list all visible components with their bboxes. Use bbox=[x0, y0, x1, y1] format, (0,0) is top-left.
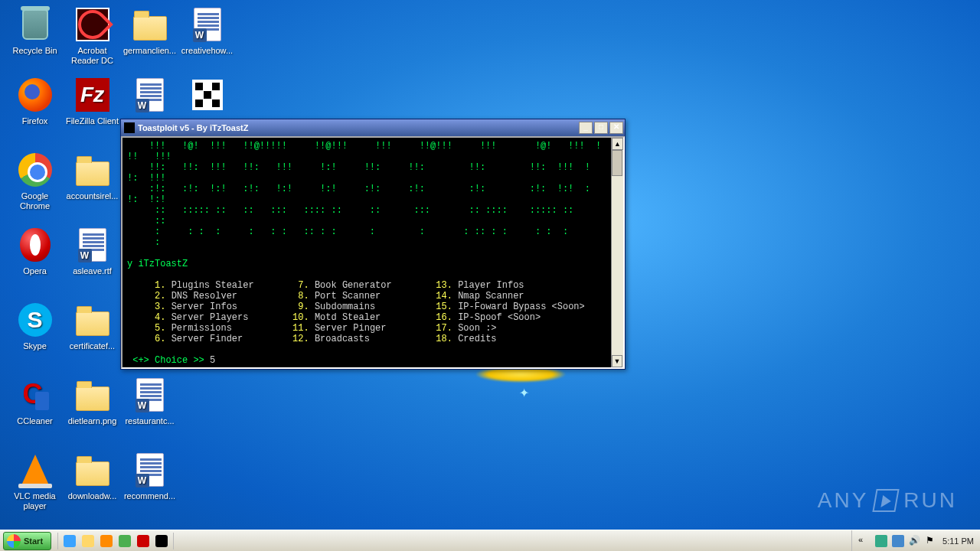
app-icon bbox=[124, 122, 135, 133]
desktop-icon-exe1[interactable] bbox=[178, 77, 236, 116]
icon-label: CCleaner bbox=[6, 416, 64, 426]
play-icon bbox=[873, 489, 900, 512]
desktop-icon-creativehow[interactable]: creativehow... bbox=[178, 6, 236, 56]
quick-launch bbox=[57, 533, 174, 549]
desktop-icon-asleave[interactable]: asleave.rtf bbox=[64, 227, 121, 276]
quicklaunch-opera[interactable] bbox=[135, 533, 152, 549]
quicklaunch-chrome[interactable] bbox=[116, 533, 133, 549]
icon-label: certificatef... bbox=[64, 341, 121, 351]
doc-icon bbox=[132, 77, 168, 113]
watermark-text-1: ANY bbox=[818, 488, 869, 513]
icon-label: accountsirel... bbox=[64, 191, 121, 201]
doc-icon bbox=[189, 6, 226, 43]
desktop-icon-germanclien[interactable]: germanclien... bbox=[121, 6, 178, 56]
system-tray: « 🔊 ⚑ 5:11 PM bbox=[851, 530, 980, 551]
folder-icon bbox=[74, 302, 111, 338]
toastploit-icon bbox=[155, 535, 168, 547]
icon-label: downloadw... bbox=[64, 491, 121, 501]
folder-icon bbox=[74, 452, 111, 488]
maximize-button[interactable]: □ bbox=[594, 122, 608, 134]
desktop-icon-chrome[interactable]: Google Chrome bbox=[6, 152, 64, 211]
icon-label: Recycle Bin bbox=[6, 46, 64, 56]
icon-label: Acrobat Reader DC bbox=[64, 46, 121, 66]
watermark: ANY RUN bbox=[818, 488, 957, 513]
wmp-icon bbox=[100, 535, 113, 547]
filezilla-icon: Fz bbox=[74, 77, 111, 113]
desktop-icon-doc2[interactable] bbox=[121, 77, 178, 116]
ccleaner-icon bbox=[17, 377, 54, 413]
windows-logo-icon bbox=[7, 534, 21, 548]
ie-icon bbox=[64, 535, 76, 547]
opera-icon bbox=[17, 227, 54, 263]
icon-label: VLC media player bbox=[6, 491, 64, 511]
scroll-thumb[interactable] bbox=[612, 150, 622, 176]
icon-label: creativehow... bbox=[178, 46, 236, 56]
icon-label: Skype bbox=[6, 341, 64, 351]
desktop-icon-accountsirel[interactable]: accountsirel... bbox=[64, 152, 121, 201]
folder-icon bbox=[74, 152, 111, 188]
skype-icon: S bbox=[17, 302, 54, 338]
desktop-icon-restaurantc[interactable]: restaurantc... bbox=[121, 377, 178, 426]
console-window: Toastploit v5 - By iTzToastZ _ □ ✕ !!! !… bbox=[120, 119, 626, 370]
start-label: Start bbox=[24, 536, 43, 546]
firefox-icon bbox=[17, 77, 54, 113]
icon-label: restaurantc... bbox=[121, 416, 178, 426]
explorer-icon bbox=[82, 535, 94, 547]
folder-icon bbox=[132, 6, 168, 43]
close-button[interactable]: ✕ bbox=[609, 122, 623, 134]
icon-label: recommend... bbox=[121, 491, 178, 501]
tray-shield-icon[interactable] bbox=[875, 535, 887, 547]
icon-label: Firefox bbox=[6, 116, 64, 126]
scroll-down-button[interactable]: ▼ bbox=[612, 355, 622, 367]
desktop-icon-vlc[interactable]: VLC media player bbox=[6, 452, 64, 511]
watermark-text-2: RUN bbox=[903, 488, 957, 513]
doc-icon bbox=[132, 452, 168, 488]
desktop-icon-recycle[interactable]: Recycle Bin bbox=[6, 6, 64, 56]
tray-network-icon[interactable] bbox=[892, 535, 904, 547]
scroll-up-button[interactable]: ▲ bbox=[612, 138, 623, 150]
exe-icon bbox=[189, 77, 226, 113]
quicklaunch-toastploit[interactable] bbox=[153, 533, 170, 549]
icon-label: germanclien... bbox=[121, 46, 178, 56]
bin-icon bbox=[17, 6, 54, 43]
opera-icon bbox=[137, 535, 149, 547]
desktop-icon-recommend[interactable]: recommend... bbox=[121, 452, 178, 501]
acrobat-icon bbox=[74, 6, 111, 43]
icon-label: Google Chrome bbox=[6, 191, 64, 211]
desktop-icon-downloadw[interactable]: downloadw... bbox=[64, 452, 121, 501]
quicklaunch-explorer[interactable] bbox=[80, 533, 96, 549]
minimize-button[interactable]: _ bbox=[579, 122, 593, 134]
desktop-icon-acrobat[interactable]: Acrobat Reader DC bbox=[64, 6, 121, 66]
vlc-icon bbox=[17, 452, 54, 488]
tray-volume-icon[interactable]: 🔊 bbox=[909, 535, 921, 547]
clock[interactable]: 5:11 PM bbox=[942, 536, 974, 546]
icon-label: dietlearn.png bbox=[64, 416, 121, 426]
folder-icon bbox=[74, 377, 111, 413]
start-button[interactable]: Start bbox=[3, 532, 51, 550]
doc-icon bbox=[74, 227, 111, 263]
desktop-icon-certificatef[interactable]: certificatef... bbox=[64, 302, 121, 351]
scrollbar[interactable]: ▲ ▼ bbox=[611, 138, 623, 367]
desktop-icon-ccleaner[interactable]: CCleaner bbox=[6, 377, 64, 426]
taskbar: Start « 🔊 ⚑ 5:11 PM bbox=[0, 530, 980, 551]
chrome-icon bbox=[17, 152, 54, 188]
doc-icon bbox=[132, 377, 168, 413]
titlebar[interactable]: Toastploit v5 - By iTzToastZ _ □ ✕ bbox=[121, 119, 625, 136]
icon-label: Opera bbox=[6, 266, 64, 276]
chrome-icon bbox=[119, 535, 131, 547]
desktop-icon-firefox[interactable]: Firefox bbox=[6, 77, 64, 126]
desktop-icon-dietlearn[interactable]: dietlearn.png bbox=[64, 377, 121, 426]
icon-label: FileZilla Client bbox=[64, 116, 121, 126]
console-output[interactable]: !!! !@! !!! !!@!!!!! !!@!!! !!! !!@!!! !… bbox=[122, 138, 623, 367]
tray-flag-icon[interactable]: ⚑ bbox=[926, 535, 938, 547]
desktop-icon-opera[interactable]: Opera bbox=[6, 227, 64, 276]
icon-label: asleave.rtf bbox=[64, 266, 121, 276]
desktop-icon-filezilla[interactable]: FzFileZilla Client bbox=[64, 77, 121, 126]
desktop-icon-skype[interactable]: SSkype bbox=[6, 302, 64, 351]
decoration-sparkle: ✦ bbox=[519, 386, 529, 400]
quicklaunch-ie[interactable] bbox=[61, 533, 78, 549]
quicklaunch-wmp[interactable] bbox=[98, 533, 115, 549]
tray-chevron-icon[interactable]: « bbox=[858, 535, 871, 547]
window-title: Toastploit v5 - By iTzToastZ bbox=[138, 123, 579, 132]
